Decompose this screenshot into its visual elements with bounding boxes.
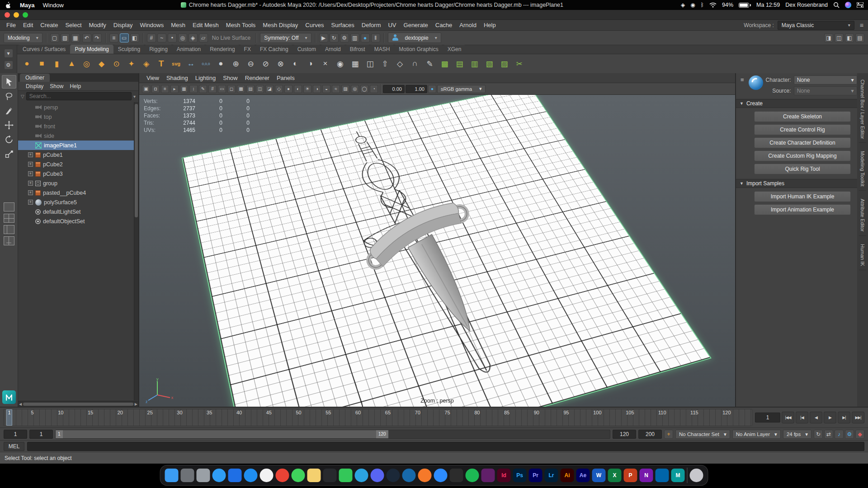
playback-loop-icon[interactable]: ↻	[814, 430, 823, 439]
dock-appstore[interactable]	[244, 469, 258, 482]
select-by-hierarchy-icon[interactable]: ≡	[109, 33, 118, 42]
dock-zoom[interactable]	[434, 469, 448, 482]
shelf-tab[interactable]: Rendering	[205, 45, 239, 54]
ipr-render-icon[interactable]: ↻	[330, 33, 339, 42]
image-plane-object[interactable]	[182, 95, 712, 407]
dock-lightroom[interactable]: Lr	[545, 469, 558, 482]
exposure-field[interactable]	[383, 85, 405, 93]
sidebar-tab[interactable]: Channel Box / Layer Editor	[859, 76, 866, 143]
import-samples-section-header[interactable]: ▼Import Samples	[736, 179, 857, 188]
poly-cone-icon[interactable]: ▲	[65, 57, 79, 71]
menubar-item[interactable]: UV	[384, 20, 400, 30]
menubar-item[interactable]: Create	[37, 20, 61, 30]
shelf-tab[interactable]: Animation	[172, 45, 205, 54]
playback-end-field[interactable]	[613, 430, 636, 439]
siri-icon[interactable]	[845, 2, 851, 8]
sidebar-tab[interactable]: Attribute Editor	[859, 195, 866, 236]
sound-icon[interactable]: ♪	[835, 430, 844, 439]
svg-tool-icon[interactable]: svg	[169, 57, 183, 71]
shelf-options-gear-icon[interactable]: ⚙	[4, 61, 13, 70]
film-gate-icon[interactable]: ▭	[218, 85, 226, 93]
dock-separator[interactable]	[687, 468, 688, 483]
outliner-search-input[interactable]	[26, 92, 132, 100]
close-window-button[interactable]	[5, 12, 10, 18]
apple-menu-icon[interactable]	[5, 1, 11, 9]
platonic-solid-icon[interactable]: ✦	[124, 57, 138, 71]
outliner-item[interactable]: front	[18, 122, 138, 131]
go-to-end-button[interactable]: ▶▶|	[852, 412, 864, 423]
viewport-menu-item[interactable]: Shading	[163, 73, 192, 83]
mel-language-button[interactable]: MEL	[4, 442, 24, 451]
image-plane-icon[interactable]: ▦	[180, 85, 188, 93]
measure-distance-icon[interactable]: ↔	[184, 57, 198, 71]
field-chart-icon[interactable]: ▤	[246, 85, 255, 93]
select-by-object-icon[interactable]: ▭	[120, 33, 129, 42]
motion-blur-icon[interactable]: ≈	[332, 85, 340, 93]
control-center-icon[interactable]	[857, 2, 863, 8]
outliner-tab[interactable]: Outliner	[20, 74, 50, 82]
outliner-item[interactable]: + pCube2	[18, 160, 138, 169]
menubar-user[interactable]: Dex Rosenbrand	[785, 2, 828, 8]
lock-camera-icon[interactable]: ◘	[151, 85, 160, 93]
extrude-icon[interactable]: ⇧	[378, 57, 392, 71]
step-forward-button[interactable]: ▶|	[838, 412, 850, 423]
open-scene-icon[interactable]: ▧	[61, 33, 70, 42]
shelf-tab[interactable]: Bifrost	[345, 45, 370, 54]
viewport-canvas[interactable]: Verts:137400 Edges:273700 Faces:137300 T…	[139, 95, 735, 407]
bridge-icon[interactable]: ∩	[408, 57, 422, 71]
shelf-tab[interactable]: FX	[240, 45, 255, 54]
outliner-menu-item[interactable]: Help	[66, 82, 84, 90]
sculpt-tool-icon[interactable]: ✎	[423, 57, 437, 71]
expand-toggle[interactable]: +	[28, 152, 33, 157]
shelf-tab[interactable]: FX Caching	[255, 45, 293, 54]
save-scene-icon[interactable]: ▦	[71, 33, 80, 42]
dock-terminal[interactable]	[323, 469, 337, 482]
filter-icon[interactable]: ▽	[21, 94, 24, 99]
humanik-create-button[interactable]: Create Character Definition	[754, 137, 851, 148]
menubar-item[interactable]: Edit Mesh	[189, 20, 222, 30]
dock-spotify[interactable]	[466, 469, 479, 482]
humanik-create-button[interactable]: Quick Rig Tool	[754, 164, 851, 174]
menubar-item[interactable]: Modify	[85, 20, 110, 30]
workspace-menu-icon[interactable]: ≡	[858, 22, 865, 29]
menubar-item[interactable]: Windows	[136, 20, 167, 30]
outliner-item[interactable]: defaultLightSet	[18, 207, 138, 216]
viewport-menu-item[interactable]: View	[143, 73, 163, 83]
make-live-icon[interactable]: ◈	[189, 33, 198, 42]
lasso-tool[interactable]	[2, 89, 16, 103]
boolean-icon[interactable]: ⊗	[274, 57, 288, 71]
rotate-tool[interactable]	[2, 133, 16, 146]
character-set-dropdown[interactable]: No Character Set▾	[675, 430, 730, 439]
gate-mask-icon[interactable]: ▩	[237, 85, 245, 93]
dock-photoshop[interactable]: Ps	[513, 469, 527, 482]
menubar-item[interactable]: File	[3, 20, 19, 30]
combine-icon[interactable]: ⊕	[229, 57, 243, 71]
humanik-import-button[interactable]: Import Human IK Example	[754, 191, 851, 202]
render-current-frame-icon[interactable]: ▶	[319, 33, 328, 42]
chevron-down-icon[interactable]: ▾	[133, 94, 136, 99]
safe-action-icon[interactable]: ◫	[256, 85, 264, 93]
outliner-item[interactable]: + pasted__pCube4	[18, 188, 138, 197]
shelf-tab[interactable]: Custom	[293, 45, 321, 54]
current-frame-marker[interactable]: 1	[6, 409, 12, 426]
playback-options-icon[interactable]: ⚙	[845, 430, 854, 439]
render-sequence-icon[interactable]: ▥	[350, 33, 359, 42]
source-dropdown[interactable]: None▾	[794, 86, 857, 95]
dock-maya[interactable]: M	[671, 469, 685, 482]
poly-sphere-icon[interactable]: ●	[20, 57, 34, 71]
dock-onenote[interactable]: N	[640, 469, 653, 482]
shelf-tab[interactable]: Poly Modeling	[70, 45, 113, 54]
exposure-toggle-icon[interactable]: ●	[428, 85, 436, 93]
outliner-menu-item[interactable]: Show	[47, 82, 66, 90]
arnold-renderview-icon[interactable]: ●	[361, 33, 370, 42]
dock-photos[interactable]	[260, 469, 274, 482]
xray-icon[interactable]: ◔	[370, 85, 378, 93]
dock-discord[interactable]	[371, 469, 384, 482]
spotlight-search-icon[interactable]	[833, 2, 840, 8]
menubar-item[interactable]: Generate	[400, 20, 432, 30]
outliner-item[interactable]: + polySurface5	[18, 197, 138, 207]
bookmarks-icon[interactable]: ▸	[170, 85, 179, 93]
dock-notes[interactable]	[307, 469, 321, 482]
clamp-range-icon[interactable]: ⇄	[824, 430, 833, 439]
textured-icon[interactable]: ◐	[294, 85, 302, 93]
